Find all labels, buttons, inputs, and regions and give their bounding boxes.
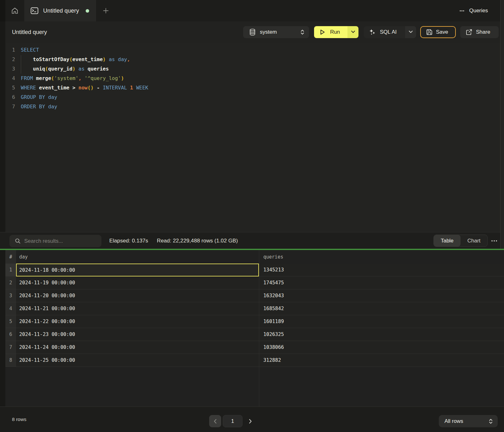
share-button[interactable]: Share <box>460 26 499 38</box>
sql-token: ) <box>121 75 124 81</box>
sql-token: WHERE <box>21 85 36 91</box>
sql-token <box>127 85 130 91</box>
play-icon <box>319 29 325 35</box>
row-index[interactable]: 8 <box>5 354 16 367</box>
sql-token <box>33 75 36 81</box>
cell-queries[interactable]: 312882 <box>259 354 504 367</box>
code-line[interactable]: 6GROUP BY day <box>5 93 500 102</box>
title-bar: Untitled query system Run <box>0 21 504 43</box>
sql-token: , <box>127 56 130 62</box>
sql-token: WEEK <box>136 85 148 91</box>
search-results-input[interactable] <box>24 238 97 244</box>
view-table-tab[interactable]: Table <box>434 235 461 247</box>
row-index[interactable]: 3 <box>5 289 16 302</box>
sql-token: ( <box>69 56 72 62</box>
sql-token <box>45 104 48 110</box>
save-button[interactable]: Save <box>420 26 456 38</box>
row-index[interactable]: 5 <box>5 315 16 328</box>
sql-token: BY <box>39 94 45 100</box>
sql-token <box>100 85 103 91</box>
sqlai-button-group: SQL AI <box>364 26 416 38</box>
run-options-button[interactable] <box>347 26 358 38</box>
code-line[interactable]: 5WHERE event_time > now() - INTERVAL 1 W… <box>5 83 500 93</box>
search-results-box[interactable] <box>9 235 101 247</box>
sqlai-label: SQL AI <box>380 29 397 35</box>
run-label: Run <box>330 29 340 35</box>
sql-token: query_id <box>48 66 72 72</box>
code-text: WHERE event_time > now() - INTERVAL 1 WE… <box>21 83 148 93</box>
cell-day[interactable]: 2024-11-21 00:00:00 <box>16 302 259 315</box>
cell-day[interactable]: 2024-11-20 00:00:00 <box>16 289 259 302</box>
indent-guide <box>21 55 21 74</box>
row-index[interactable]: 1 <box>5 264 16 276</box>
cell-queries[interactable]: 1038066 <box>259 341 504 354</box>
sparkles-icon <box>369 29 376 36</box>
database-selector[interactable]: system <box>243 26 309 38</box>
column-header-queries[interactable]: queries <box>263 250 283 264</box>
queries-panel-toggle[interactable]: Queries <box>469 8 488 14</box>
sql-token: 'system' <box>54 75 78 81</box>
page-size-selector[interactable]: All rows <box>439 415 498 427</box>
sql-token: event_time <box>72 56 103 62</box>
code-line[interactable]: 2 toStartOfDay(event_time) as day, <box>5 55 500 64</box>
code-line[interactable]: 7ORDER BY day <box>5 102 500 111</box>
save-icon <box>426 29 432 35</box>
tab-untitled-query[interactable]: Untitled query <box>24 0 96 21</box>
cell-queries[interactable]: 1685842 <box>259 302 504 315</box>
more-horizontal-icon[interactable] <box>460 10 464 12</box>
code-line[interactable]: 4FROM merge('system', '^query_log') <box>5 74 500 83</box>
row-index[interactable]: 4 <box>5 302 16 315</box>
sql-token <box>75 85 78 91</box>
home-button[interactable] <box>5 0 24 21</box>
share-icon <box>466 29 472 35</box>
cell-day[interactable]: 2024-11-23 00:00:00 <box>16 328 259 341</box>
sql-token: > <box>72 85 76 91</box>
results-more-button[interactable] <box>491 232 497 249</box>
previous-page-button[interactable] <box>209 415 221 427</box>
column-header-day[interactable]: day <box>19 250 28 264</box>
code-line[interactable]: 1SELECT <box>5 45 500 55</box>
page-number[interactable]: 1 <box>223 415 243 427</box>
chevron-down-icon <box>409 31 413 33</box>
row-count: 8 rows <box>12 417 26 422</box>
next-page-button[interactable] <box>246 415 255 427</box>
cell-day[interactable]: 2024-11-22 00:00:00 <box>16 315 259 328</box>
sql-token <box>21 66 33 72</box>
cell-queries[interactable]: 1601189 <box>259 315 504 328</box>
cell-queries[interactable]: 1745475 <box>259 276 504 289</box>
cell-queries[interactable]: 1632043 <box>259 289 504 302</box>
sql-token: event_time <box>39 85 69 91</box>
unsaved-dot <box>86 9 89 13</box>
cell-day[interactable]: 2024-11-24 00:00:00 <box>16 341 259 354</box>
code-text: ORDER BY day <box>21 102 57 111</box>
table-row: 72024-11-24 00:00:001038066 <box>0 341 504 354</box>
sql-token: ) <box>72 66 76 72</box>
cell-day[interactable]: 2024-11-19 00:00:00 <box>16 276 259 289</box>
run-button[interactable]: Run <box>314 26 347 38</box>
sql-token <box>82 75 85 81</box>
cell-queries[interactable]: 1345213 <box>259 264 504 276</box>
sql-token: '^query_log' <box>84 75 121 81</box>
sql-token: () <box>88 85 94 91</box>
cell-queries[interactable]: 1026325 <box>259 328 504 341</box>
row-index[interactable]: 2 <box>5 276 16 289</box>
sqlai-options-button[interactable] <box>405 26 416 38</box>
sqlai-button[interactable]: SQL AI <box>364 26 405 38</box>
new-tab-button[interactable] <box>96 0 115 21</box>
code-text: GROUP BY day <box>21 93 57 102</box>
view-chart-tab[interactable]: Chart <box>461 235 487 247</box>
code-line[interactable]: 3 uniq(query_id) as queries <box>5 64 500 74</box>
sql-editor[interactable]: 1SELECT2 toStartOfDay(event_time) as day… <box>5 43 500 232</box>
cell-day[interactable]: 2024-11-25 00:00:00 <box>16 354 259 367</box>
sql-token <box>21 56 33 62</box>
row-index[interactable]: 6 <box>5 328 16 341</box>
sql-token: toStartOfDay <box>33 56 70 62</box>
results-table: # day queries 12024-11-18 00:00:00134521… <box>0 250 504 406</box>
sql-token <box>36 104 39 110</box>
database-icon <box>249 29 255 36</box>
row-index[interactable]: 7 <box>5 341 16 354</box>
line-number: 6 <box>5 93 15 102</box>
save-label: Save <box>436 29 448 35</box>
cell-day[interactable]: 2024-11-18 00:00:00 <box>16 264 259 276</box>
editor-scrollbar-gutter[interactable] <box>500 0 504 249</box>
